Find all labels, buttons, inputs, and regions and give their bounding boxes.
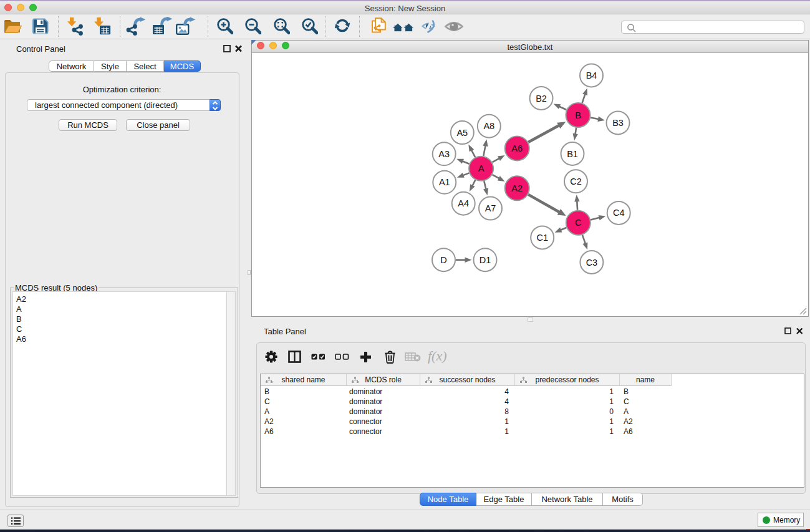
svg-text:C4: C4: [613, 208, 625, 218]
svg-text:C1: C1: [536, 233, 548, 243]
svg-text:A7: A7: [485, 203, 496, 213]
svg-text:A3: A3: [438, 149, 450, 159]
svg-text:A1: A1: [439, 177, 450, 187]
svg-text:C3: C3: [586, 258, 598, 268]
svg-text:B4: B4: [586, 70, 597, 80]
svg-text:A5: A5: [456, 128, 468, 138]
svg-text:A8: A8: [483, 121, 494, 131]
svg-text:B1: B1: [567, 149, 578, 159]
svg-text:B3: B3: [612, 118, 624, 128]
svg-text:A4: A4: [458, 198, 469, 208]
svg-text:A: A: [478, 163, 485, 173]
svg-text:A6: A6: [511, 143, 523, 153]
svg-text:B2: B2: [536, 94, 547, 104]
svg-text:B: B: [575, 110, 581, 120]
svg-text:D: D: [440, 255, 446, 265]
svg-text:D1: D1: [480, 255, 491, 265]
svg-text:A2: A2: [511, 183, 523, 193]
svg-text:C: C: [575, 218, 581, 228]
svg-text:C2: C2: [570, 177, 582, 186]
